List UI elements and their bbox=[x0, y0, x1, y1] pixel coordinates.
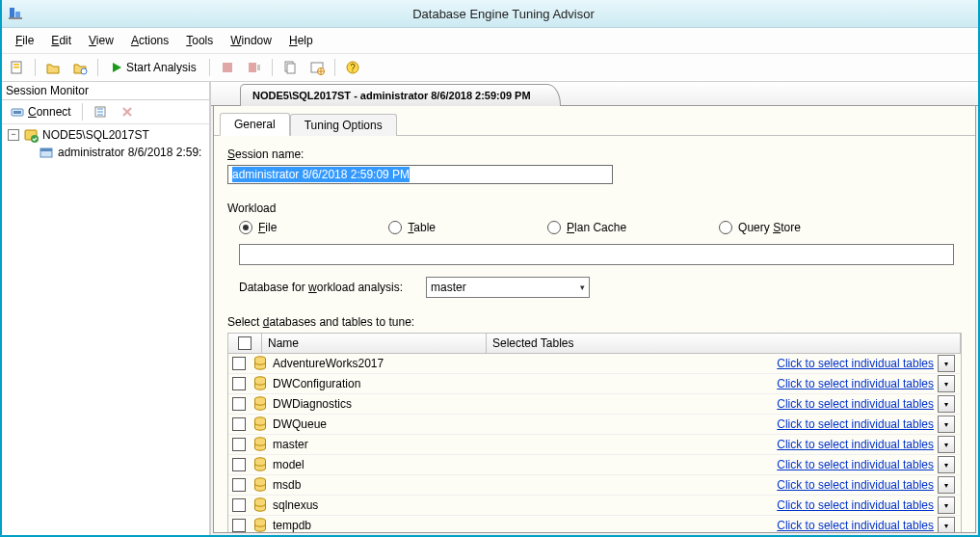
menu-tools[interactable]: Tools bbox=[178, 32, 221, 49]
radio-icon bbox=[547, 221, 561, 234]
select-tables-dropdown[interactable]: ▾ bbox=[938, 497, 955, 514]
delete-session-icon bbox=[116, 100, 139, 123]
menu-actions[interactable]: Actions bbox=[123, 32, 176, 49]
workload-label: Workload bbox=[227, 201, 962, 215]
content-area: Session Monitor Connect − bbox=[2, 82, 978, 535]
svg-point-20 bbox=[31, 135, 39, 143]
menu-help[interactable]: Help bbox=[281, 32, 321, 49]
new-session-icon[interactable] bbox=[6, 56, 29, 79]
open-icon[interactable] bbox=[41, 56, 65, 79]
select-tables-dropdown[interactable]: ▾ bbox=[938, 395, 955, 413]
database-name: msdb bbox=[273, 478, 301, 492]
menu-file[interactable]: File bbox=[8, 32, 41, 49]
database-name: sqlnexus bbox=[273, 498, 318, 512]
radio-icon bbox=[719, 221, 732, 234]
svg-rect-9 bbox=[257, 65, 260, 70]
options-icon[interactable] bbox=[305, 56, 329, 79]
menu-window[interactable]: Window bbox=[223, 32, 279, 49]
table-row[interactable]: masterClick to select individual tables▾ bbox=[228, 435, 961, 455]
select-tables-dropdown[interactable]: ▾ bbox=[938, 375, 955, 392]
tree-expander-icon[interactable]: − bbox=[8, 129, 19, 141]
svg-text:?: ? bbox=[350, 63, 356, 73]
tab-general-label: General bbox=[234, 118, 276, 131]
select-tables-link[interactable]: Click to select individual tables bbox=[777, 438, 934, 451]
database-name: AdventureWorks2017 bbox=[273, 357, 384, 370]
row-checkbox[interactable] bbox=[232, 357, 246, 370]
open-file-icon[interactable] bbox=[68, 56, 92, 79]
refresh-session-icon[interactable] bbox=[89, 100, 112, 123]
tab-general[interactable]: General bbox=[220, 113, 290, 136]
separator bbox=[334, 59, 335, 76]
inner-tab-strip: General Tuning Options bbox=[214, 106, 975, 136]
select-databases-label: Select databases and tables to tune: bbox=[227, 315, 962, 329]
database-icon bbox=[253, 437, 267, 452]
separator bbox=[82, 103, 83, 121]
select-tables-link[interactable]: Click to select individual tables bbox=[777, 519, 934, 532]
menu-edit[interactable]: Edit bbox=[43, 32, 79, 49]
select-tables-link[interactable]: Click to select individual tables bbox=[777, 458, 934, 471]
tree-session-node[interactable]: administrator 8/6/2018 2:59: bbox=[4, 144, 207, 161]
session-name-input[interactable]: administrator 8/6/2018 2:59:09 PM bbox=[227, 165, 613, 184]
table-row[interactable]: sqlnexusClick to select individual table… bbox=[228, 496, 961, 516]
connect-icon bbox=[11, 105, 24, 119]
session-icon bbox=[39, 145, 54, 160]
svg-rect-5 bbox=[13, 67, 19, 68]
workload-group: Workload File Table bbox=[227, 201, 962, 298]
row-checkbox[interactable] bbox=[232, 458, 246, 471]
select-tables-dropdown[interactable]: ▾ bbox=[938, 355, 955, 372]
row-checkbox[interactable] bbox=[232, 438, 246, 451]
workload-radio-query-store[interactable]: Query Store bbox=[719, 221, 801, 234]
select-tables-link[interactable]: Click to select individual tables bbox=[777, 417, 934, 431]
header-checkbox[interactable] bbox=[228, 334, 262, 353]
workload-radio-plan-cache[interactable]: Plan Cache bbox=[547, 221, 626, 234]
play-icon bbox=[111, 62, 122, 73]
help-icon[interactable]: ? bbox=[341, 56, 364, 79]
select-tables-dropdown[interactable]: ▾ bbox=[938, 456, 955, 473]
table-row[interactable]: DWQueueClick to select individual tables… bbox=[228, 415, 961, 435]
tree-server-node[interactable]: − NODE5\SQL2017ST bbox=[4, 126, 207, 144]
session-tree[interactable]: − NODE5\SQL2017ST administrator 8/6/2018… bbox=[2, 124, 209, 535]
column-name[interactable]: Name bbox=[262, 334, 487, 353]
row-checkbox[interactable] bbox=[232, 417, 246, 431]
select-tables-link[interactable]: Click to select individual tables bbox=[777, 357, 934, 370]
separator bbox=[272, 59, 273, 76]
workload-db-combo[interactable]: master ▾ bbox=[426, 277, 590, 298]
select-tables-link[interactable]: Click to select individual tables bbox=[777, 377, 934, 390]
table-row[interactable]: modelClick to select individual tables▾ bbox=[228, 455, 961, 475]
svg-point-6 bbox=[81, 68, 87, 74]
table-row[interactable]: tempdbClick to select individual tables▾ bbox=[228, 516, 961, 532]
select-tables-link[interactable]: Click to select individual tables bbox=[777, 498, 934, 512]
menu-view[interactable]: View bbox=[81, 32, 121, 49]
start-analysis-button[interactable]: Start Analysis bbox=[104, 56, 203, 79]
select-tables-link[interactable]: Click to select individual tables bbox=[777, 397, 934, 411]
table-row[interactable]: DWConfigurationClick to select individua… bbox=[228, 374, 961, 394]
select-tables-dropdown[interactable]: ▾ bbox=[938, 476, 955, 494]
workload-path-input[interactable] bbox=[239, 244, 954, 265]
tab-tuning-options[interactable]: Tuning Options bbox=[290, 114, 397, 136]
start-analysis-label: Start Analysis bbox=[126, 61, 197, 74]
select-tables-dropdown[interactable]: ▾ bbox=[938, 436, 955, 453]
column-selected-tables[interactable]: Selected Tables bbox=[487, 334, 961, 353]
workload-radio-table[interactable]: Table bbox=[388, 221, 436, 234]
row-checkbox[interactable] bbox=[232, 377, 246, 390]
database-name: DWQueue bbox=[273, 417, 327, 431]
copy-icon[interactable] bbox=[278, 56, 302, 79]
connect-button[interactable]: Connect bbox=[6, 101, 76, 122]
chevron-down-icon: ▾ bbox=[580, 282, 585, 292]
row-checkbox[interactable] bbox=[232, 397, 246, 411]
row-checkbox[interactable] bbox=[232, 498, 246, 512]
select-tables-link[interactable]: Click to select individual tables bbox=[777, 478, 934, 492]
general-tab-body: Session name: administrator 8/6/2018 2:5… bbox=[214, 136, 975, 532]
select-tables-dropdown[interactable]: ▾ bbox=[938, 517, 955, 532]
select-tables-dropdown[interactable]: ▾ bbox=[938, 416, 955, 433]
session-name-label: Session name: bbox=[227, 148, 962, 161]
document-tab[interactable]: NODE5\SQL2017ST - administrator 8/6/2018… bbox=[240, 84, 561, 106]
table-row[interactable]: msdbClick to select individual tables▾ bbox=[228, 475, 961, 496]
table-row[interactable]: AdventureWorks2017Click to select indivi… bbox=[228, 354, 961, 374]
row-checkbox[interactable] bbox=[232, 478, 246, 492]
databases-table: AdventureWorks2017Click to select indivi… bbox=[227, 354, 962, 532]
row-checkbox[interactable] bbox=[232, 519, 246, 532]
workload-radio-file[interactable]: File bbox=[239, 221, 277, 234]
table-row[interactable]: DWDiagnosticsClick to select individual … bbox=[228, 394, 961, 415]
server-icon bbox=[23, 127, 39, 143]
